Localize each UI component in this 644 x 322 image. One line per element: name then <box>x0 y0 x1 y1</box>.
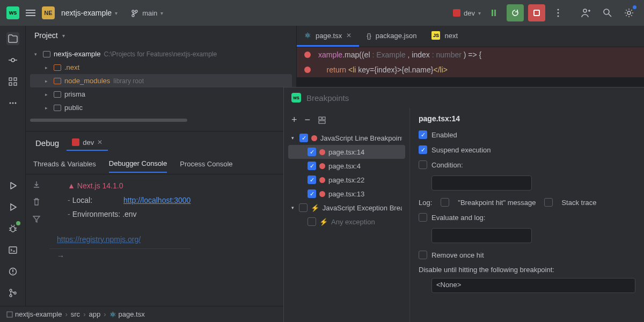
run-tool-button[interactable] <box>6 179 19 192</box>
terminal-tool-button[interactable] <box>6 244 19 257</box>
breakpoint-item[interactable]: ⚡ Any exception <box>288 215 405 229</box>
breadcrumb-item[interactable]: src <box>71 310 80 318</box>
tree-item[interactable]: ▸ .next <box>30 61 292 74</box>
problems-tool-button[interactable] <box>6 265 19 278</box>
breadcrumb-item[interactable]: app <box>89 310 100 318</box>
group-by-button[interactable] <box>318 116 326 125</box>
breadcrumb-item[interactable]: nextjs-example <box>6 310 62 318</box>
svg-point-13 <box>14 103 16 104</box>
rerun-button[interactable] <box>507 4 524 21</box>
breakpoint-group[interactable]: ▾ ⚡ JavaScript Exception Breakpoints <box>288 201 405 215</box>
close-icon[interactable]: ✕ <box>97 138 103 146</box>
console-link[interactable]: https://registry.npmjs.org/ <box>57 232 141 247</box>
field-label: Stack trace <box>561 199 596 207</box>
editor-tabs: ⚛ page.tsx ✕ {} package.json JS next <box>297 26 644 47</box>
console-text: .env <box>122 207 136 222</box>
breakpoint-item[interactable]: ✓ page.tsx:14 <box>288 145 405 159</box>
remove-once-checkbox[interactable] <box>419 251 427 259</box>
gutter[interactable] <box>297 67 318 73</box>
clear-console-button[interactable] <box>31 196 42 208</box>
project-selector[interactable]: nextjs-example ▾ <box>61 9 118 17</box>
commit-tool-button[interactable] <box>6 54 19 67</box>
main-menu-button[interactable] <box>26 10 35 16</box>
checkbox[interactable]: ✓ <box>308 189 316 198</box>
bolt-icon: ⚡ <box>319 218 328 226</box>
stop-button[interactable] <box>528 4 545 21</box>
tree-item[interactable]: ▸ node_modules library root <box>30 74 292 87</box>
tab-threads-variables[interactable]: Threads & Variables <box>33 156 96 172</box>
editor-tab[interactable]: JS next <box>424 26 465 47</box>
more-tool-button[interactable] <box>6 97 19 109</box>
chevron-down-icon[interactable]: ▾ <box>62 33 65 39</box>
project-tool-button[interactable] <box>6 32 19 45</box>
pause-button[interactable] <box>485 4 502 21</box>
pause-icon <box>492 10 496 16</box>
breadcrumb-item[interactable]: ⚛ page.tsx <box>109 310 145 319</box>
structure-tool-button[interactable] <box>6 75 19 88</box>
tab-process-console[interactable]: Process Console <box>180 156 232 172</box>
run-config-label: dev <box>464 9 475 17</box>
scroll-to-end-button[interactable] <box>31 179 42 191</box>
editor-tab[interactable]: {} package.json <box>359 26 424 47</box>
settings-button[interactable] <box>620 4 638 21</box>
app-logo-small: WS <box>291 93 301 103</box>
field-label: Disable until hitting the following brea… <box>419 266 635 274</box>
run-config-selector[interactable]: dev ▾ <box>453 9 481 17</box>
add-breakpoint-button[interactable]: + <box>291 114 297 126</box>
code-with-me-button[interactable] <box>577 4 595 21</box>
trash-icon <box>32 197 41 206</box>
breakpoint-item[interactable]: ✓ page.tsx:22 <box>288 173 405 187</box>
debug-session-tab[interactable]: dev ✕ <box>67 135 108 151</box>
chevron-down-icon: ▾ <box>160 10 163 16</box>
bp-hit-message-checkbox[interactable] <box>441 198 449 207</box>
active-badge <box>16 221 20 225</box>
console-link[interactable]: http://localhost:3000 <box>123 193 191 208</box>
scrollbar-horizontal[interactable] <box>30 119 187 122</box>
react-icon: ⚛ <box>109 310 116 319</box>
condition-checkbox[interactable] <box>419 160 427 169</box>
remove-breakpoint-button[interactable]: − <box>305 114 311 126</box>
play-icon <box>9 203 17 211</box>
json-icon: {} <box>367 32 371 40</box>
play-tool-button[interactable] <box>6 201 19 214</box>
checkbox[interactable] <box>299 203 308 212</box>
search-button[interactable] <box>599 4 616 21</box>
evaluate-log-input[interactable] <box>431 228 532 243</box>
update-badge <box>633 5 636 9</box>
checkbox[interactable]: ✓ <box>299 134 308 142</box>
editor-tab[interactable]: ⚛ page.tsx ✕ <box>297 26 359 47</box>
checkbox[interactable]: ✓ <box>308 175 316 184</box>
checkbox[interactable] <box>308 217 316 226</box>
tree-item[interactable]: ▸ prisma <box>30 87 292 101</box>
breakpoint-group[interactable]: ▾ ✓ JavaScript Line Breakpoints <box>288 131 405 145</box>
git-branch-selector[interactable]: main ▾ <box>130 9 163 17</box>
evaluate-log-checkbox[interactable] <box>419 213 427 222</box>
tree-root[interactable]: ▾ nextjs-example C:\Projects for Feature… <box>30 47 292 61</box>
gutter[interactable] <box>297 52 318 58</box>
tree-item-label: prisma <box>64 90 85 98</box>
debug-panel-title: Debug <box>30 138 64 148</box>
tree-item[interactable]: ▸ public <box>30 101 292 114</box>
folder-icon <box>43 51 50 57</box>
close-icon[interactable]: ✕ <box>346 32 352 39</box>
tab-debugger-console[interactable]: Debugger Console <box>109 155 167 173</box>
disable-until-select[interactable]: <None> <box>431 278 635 293</box>
structure-icon <box>9 77 17 86</box>
breakpoint-item[interactable]: ✓ page.tsx:13 <box>288 187 405 201</box>
checkbox[interactable]: ✓ <box>308 148 316 156</box>
debug-tool-button[interactable] <box>6 222 19 235</box>
rerun-icon <box>511 9 519 17</box>
field-label: Enabled <box>431 131 457 139</box>
breakpoint-item[interactable]: ✓ page.tsx:4 <box>288 159 405 173</box>
triangle-icon: ▲ <box>68 179 75 193</box>
enabled-checkbox[interactable]: ✓ <box>419 130 427 139</box>
condition-input[interactable] <box>431 175 532 191</box>
filter-button[interactable] <box>31 213 42 225</box>
vcs-tool-button[interactable] <box>6 287 19 299</box>
more-actions-button[interactable] <box>550 4 567 21</box>
stack-trace-checkbox[interactable] <box>544 198 553 207</box>
checkbox[interactable]: ✓ <box>308 162 316 170</box>
svg-rect-8 <box>14 78 17 80</box>
breakpoint-icon <box>319 177 325 183</box>
suspend-checkbox[interactable]: ✓ <box>419 145 427 154</box>
